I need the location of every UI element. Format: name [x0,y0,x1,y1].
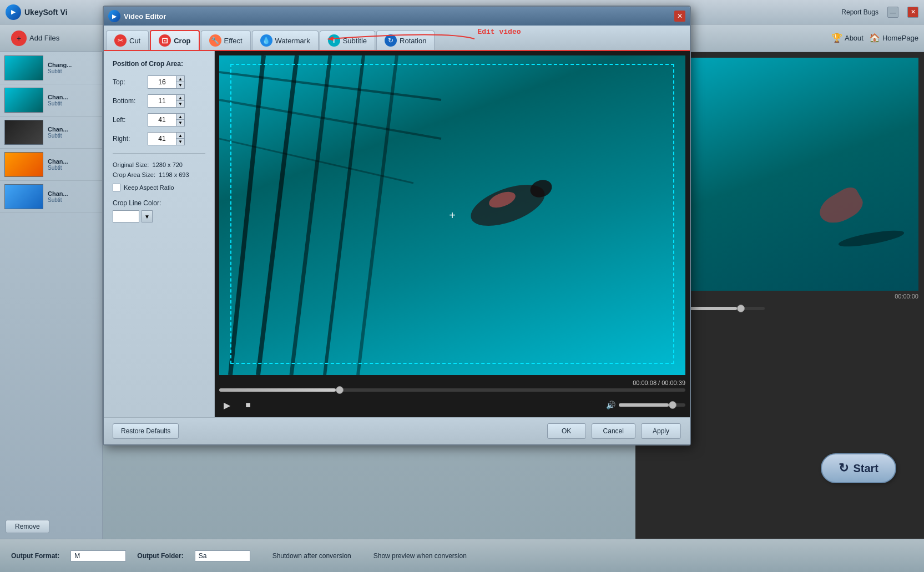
video-editor-modal: ▶ Video Editor ✕ ✂ Cut ⊡ Crop 🔧 Effect [103,6,691,446]
crop-bottom-input[interactable] [148,95,176,107]
crop-center-crosshair: + [449,209,456,222]
crop-bottom-spinners: ▲ ▼ [176,95,184,107]
crop-right-spinners: ▲ ▼ [176,133,184,145]
original-size-value: 1280 x 720 [153,161,183,168]
video-progress-thumb [336,386,344,394]
apply-button[interactable]: Apply [641,423,681,439]
svg-line-6 [219,72,441,100]
crop-right-down[interactable]: ▼ [176,139,184,145]
modal-logo: ▶ [108,10,120,22]
crop-top-up[interactable]: ▲ [176,76,184,82]
cancel-button[interactable]: Cancel [592,423,635,439]
crop-left-down[interactable]: ▼ [176,120,184,126]
crop-area-size-label: Crop Area Size: [113,171,155,178]
crop-left-spinners: ▲ ▼ [176,114,184,126]
crop-tab-icon: ⊡ [159,34,171,47]
crop-top-input[interactable] [148,76,176,88]
footer-left: Restore Defaults [113,423,179,439]
crop-area-size-value: 1198 x 693 [159,171,189,178]
video-vol-row: 🔊 [606,401,685,409]
svg-line-7 [219,100,441,139]
footer-right: OK Cancel Apply [547,423,681,439]
crop-top-spinners: ▲ ▼ [176,76,184,88]
subtitle-tab-icon: T [328,34,340,47]
crop-left-input-wrap: ▲ ▼ [148,113,185,126]
cut-tab-icon: ✂ [114,34,127,47]
color-dropdown[interactable]: ▼ [142,210,153,222]
crop-top-down[interactable]: ▼ [176,82,184,88]
edit-video-annotation: Edit video [477,28,521,36]
tab-subtitle[interactable]: T Subtitle [320,31,375,50]
crop-area-size-row: Crop Area Size: 1198 x 693 [113,171,205,178]
video-progress-fill [219,388,336,392]
tab-effect[interactable]: 🔧 Effect [201,31,251,50]
restore-defaults-button[interactable]: Restore Defaults [113,423,179,439]
crop-right-field: Right: ▲ ▼ [113,132,205,145]
color-swatch[interactable] [113,210,139,222]
crop-bottom-down[interactable]: ▼ [176,101,184,107]
tab-crop[interactable]: ⊡ Crop [150,30,199,50]
ok-button[interactable]: OK [547,423,586,439]
crop-right-input-wrap: ▲ ▼ [148,132,185,145]
crop-bottom-field: Bottom: ▲ ▼ [113,94,205,108]
keep-aspect-ratio-checkbox[interactable] [113,184,120,191]
watermark-tab-label: Watermark [275,37,310,45]
modal-footer: Restore Defaults OK Cancel Apply [104,417,690,444]
crop-right-up[interactable]: ▲ [176,133,184,139]
main-app: ▶ UkeySoft Vi Report Bugs — ✕ + Add File… [0,0,924,572]
crop-controls-panel: Position of Crop Area: Top: ▲ ▼ [104,51,215,417]
volume-icon: 🔊 [606,401,615,409]
keep-aspect-ratio-label: Keep Aspect Ratio [124,184,174,191]
crop-left-up[interactable]: ▲ [176,114,184,120]
modal-title-left: ▶ Video Editor [108,10,166,22]
modal-close-button[interactable]: ✕ [674,11,685,22]
rotation-tab-label: Rotation [400,37,426,45]
video-bg: + [219,55,685,375]
play-button[interactable]: ▶ [219,397,235,413]
svg-line-2 [258,55,297,375]
modal-body: Position of Crop Area: Top: ▲ ▼ [104,51,690,417]
video-progress-bar[interactable] [219,388,685,392]
video-frame: + [219,55,685,375]
stop-button[interactable]: ■ [240,397,256,413]
modal-video-panel: + 00:00:08 / 00:00:39 [215,51,690,417]
video-timecode: 00:00:08 / 00:00:39 [219,379,685,386]
crop-section-title: Position of Crop Area: [113,60,205,68]
crop-line-color-label: Crop Line Color: [113,199,205,207]
crop-left-label: Left: [113,116,143,124]
tab-cut[interactable]: ✂ Cut [106,31,149,50]
modal-titlebar: ▶ Video Editor ✕ [104,7,690,26]
watermark-tab-icon: 💧 [260,34,272,47]
crop-top-label: Top: [113,78,143,86]
crop-left-input[interactable] [148,114,176,126]
tab-watermark[interactable]: 💧 Watermark [252,31,319,50]
tab-rotation[interactable]: ↻ Rotation [376,31,435,50]
volume-slider[interactable] [619,403,685,407]
volume-fill [619,403,669,407]
original-size-row: Original Size: 1280 x 720 [113,161,205,168]
crop-bottom-up[interactable]: ▲ [176,95,184,101]
crop-line-color-section: Crop Line Color: ▼ [113,199,205,222]
keep-aspect-ratio-row: Keep Aspect Ratio [113,184,205,191]
color-picker-row: ▼ [113,210,205,222]
modal-tabs: ✂ Cut ⊡ Crop 🔧 Effect 💧 Watermark T [104,26,690,51]
crop-bottom-label: Bottom: [113,97,143,105]
svg-line-5 [358,55,397,375]
crop-right-input[interactable] [148,133,176,145]
underwater-scene: + [219,55,685,375]
video-ctrl-left: ▶ ■ [219,397,256,413]
crop-right-label: Right: [113,135,143,143]
crop-left-field: Left: ▲ ▼ [113,113,205,126]
crop-bottom-input-wrap: ▲ ▼ [148,94,185,108]
volume-thumb [669,401,676,409]
effect-tab-icon: 🔧 [209,34,221,47]
crop-top-input-wrap: ▲ ▼ [148,75,185,89]
effect-tab-label: Effect [224,37,243,45]
svg-line-4 [325,55,363,375]
modal-title: Video Editor [124,12,166,21]
rotation-tab-icon: ↻ [385,34,397,47]
video-controls-row: ▶ ■ 🔊 [219,397,685,413]
modal-overlay: ▶ Video Editor ✕ ✂ Cut ⊡ Crop 🔧 Effect [0,0,924,572]
original-size-label: Original Size: [113,161,149,168]
crop-top-field: Top: ▲ ▼ [113,75,205,89]
